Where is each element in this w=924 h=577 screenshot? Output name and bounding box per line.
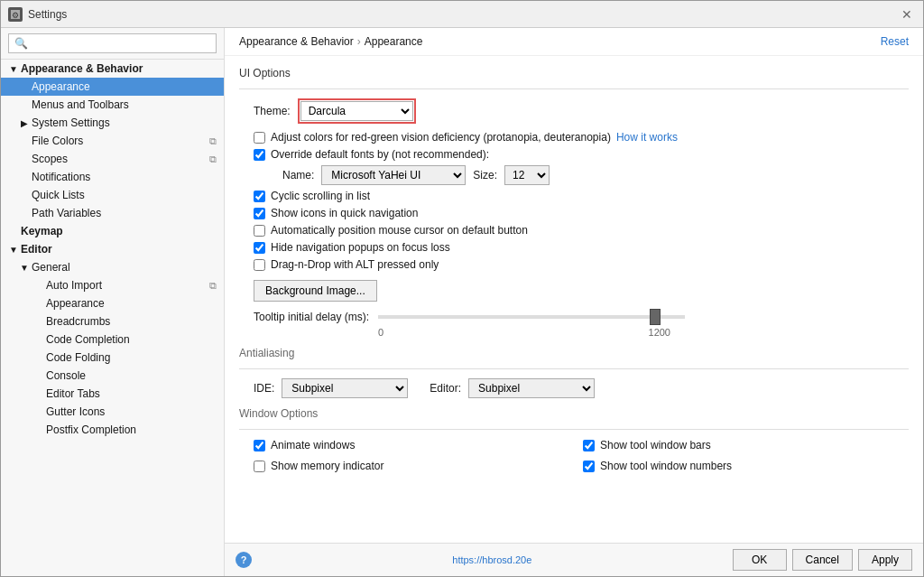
tooltip-delay-slider[interactable]	[378, 315, 685, 319]
hide-nav-checkbox[interactable]	[254, 242, 265, 254]
checkbox-hide-nav: Hide navigation popups on focus loss	[239, 241, 909, 254]
override-fonts-label: Override default fonts by (not recommend…	[271, 148, 489, 161]
arrow-icon	[19, 190, 30, 200]
sidebar-item-label: Editor	[21, 243, 52, 256]
font-size-select[interactable]: 891011 121314	[504, 165, 550, 185]
sidebar-item-code-folding[interactable]: Code Folding	[1, 349, 224, 367]
help-button[interactable]: ?	[236, 552, 252, 568]
auto-position-label: Automatically position mouse cursor on d…	[271, 224, 528, 237]
override-fonts-checkbox[interactable]	[254, 149, 265, 161]
separator	[239, 429, 909, 430]
editor-aa-label: Editor:	[430, 382, 461, 395]
sidebar-item-label: General	[32, 261, 70, 274]
animate-windows-checkbox[interactable]	[254, 440, 265, 451]
show-tool-numbers-label: Show tool window numbers	[600, 460, 732, 472]
sidebar-item-notifications[interactable]: Notifications	[1, 168, 224, 186]
title-bar-left: ⚙ Settings	[8, 7, 67, 22]
checkbox-override-fonts: Override default fonts by (not recommend…	[239, 148, 909, 161]
settings-window: ⚙ Settings ✕ ▼ Appearance & Behavior App…	[0, 0, 924, 577]
title-bar: ⚙ Settings ✕	[1, 1, 923, 28]
editor-aa-select[interactable]: Subpixel Greyscale No antialiasing	[468, 378, 595, 398]
sidebar-item-appearance-editor[interactable]: Appearance	[1, 294, 224, 312]
checkbox-show-tool-bars: Show tool window bars	[583, 439, 909, 451]
font-name-select[interactable]: Microsoft YaHei UI Arial Consolas	[321, 165, 466, 185]
show-tool-bars-checkbox[interactable]	[583, 440, 595, 451]
how-it-works-link[interactable]: How it works	[616, 131, 678, 144]
sidebar-item-scopes[interactable]: Scopes ⧉	[1, 150, 224, 168]
checkbox-show-tool-numbers: Show tool window numbers	[583, 460, 909, 472]
sidebar-item-label: Scopes	[32, 153, 68, 165]
sidebar-item-label: Auto Import	[46, 279, 102, 292]
arrow-icon	[19, 172, 30, 182]
drag-drop-checkbox[interactable]	[254, 259, 265, 271]
cyclic-scroll-checkbox[interactable]	[254, 191, 265, 202]
show-icons-checkbox[interactable]	[254, 208, 265, 219]
arrow-icon	[33, 370, 44, 381]
sidebar-item-editor[interactable]: ▼ Editor	[1, 240, 224, 258]
app-icon: ⚙	[8, 7, 23, 22]
sidebar-item-code-completion[interactable]: Code Completion	[1, 330, 224, 349]
sidebar-item-keymap[interactable]: Keymap	[1, 222, 224, 240]
color-blind-label: Adjust colors for red-green vision defic…	[271, 131, 611, 144]
hide-nav-label: Hide navigation popups on focus loss	[271, 241, 450, 254]
cyclic-scroll-label: Cyclic scrolling in list	[271, 190, 370, 202]
sidebar-item-path-variables[interactable]: Path Variables	[1, 204, 224, 222]
sidebar-item-label: System Settings	[32, 116, 110, 129]
show-icons-label: Show icons in quick navigation	[271, 207, 418, 219]
bg-btn-row: Background Image...	[239, 280, 909, 302]
color-blind-checkbox[interactable]	[254, 132, 265, 144]
reset-button[interactable]: Reset	[881, 35, 909, 48]
sidebar-item-auto-import[interactable]: Auto Import ⧉	[1, 276, 224, 294]
arrow-icon	[33, 424, 44, 435]
drag-drop-label: Drag-n-Drop with ALT pressed only	[271, 258, 439, 271]
show-memory-checkbox[interactable]	[254, 461, 265, 472]
sidebar-item-appearance-behavior[interactable]: ▼ Appearance & Behavior	[1, 60, 224, 78]
antialiasing-section: Antialiasing IDE: Subpixel Greyscale No …	[239, 347, 909, 398]
antialiasing-label: Antialiasing	[239, 347, 909, 359]
search-input[interactable]	[8, 33, 217, 53]
sidebar-item-label: Gutter Icons	[46, 405, 105, 418]
theme-select[interactable]: Darcula IntelliJ Windows 10 Light High C…	[300, 101, 413, 121]
theme-label: Theme:	[254, 105, 291, 117]
arrow-icon	[33, 406, 44, 417]
sidebar-item-gutter-icons[interactable]: Gutter Icons	[1, 403, 224, 421]
sidebar-item-editor-tabs[interactable]: Editor Tabs	[1, 385, 224, 403]
checkbox-color-blind: Adjust colors for red-green vision defic…	[239, 131, 909, 144]
auto-position-checkbox[interactable]	[254, 225, 265, 237]
sidebar-item-menus-toolbars[interactable]: Menus and Toolbars	[1, 96, 224, 114]
url-label: https://hbrosd.20e	[452, 554, 531, 565]
arrow-icon	[19, 208, 30, 219]
show-tool-numbers-checkbox[interactable]	[583, 461, 595, 472]
sidebar-item-label: Keymap	[21, 225, 63, 237]
apply-button[interactable]: Apply	[858, 549, 912, 571]
copy-icon: ⧉	[209, 154, 217, 165]
arrow-icon	[33, 298, 44, 309]
breadcrumb-current: Appearance	[365, 35, 423, 48]
sidebar-item-system-settings[interactable]: ▶ System Settings	[1, 114, 224, 132]
arrow-icon: ▼	[19, 262, 30, 273]
sidebar-item-label: Quick Lists	[32, 189, 85, 201]
sidebar-item-breadcrumbs[interactable]: Breadcrumbs	[1, 312, 224, 330]
arrow-icon	[8, 226, 19, 237]
font-name-row: Name: Microsoft YaHei UI Arial Consolas …	[239, 165, 909, 185]
checkbox-show-memory: Show memory indicator	[254, 460, 579, 472]
slider-max: 1200	[649, 327, 670, 338]
checkbox-drag-drop: Drag-n-Drop with ALT pressed only	[239, 258, 909, 271]
ide-aa-select[interactable]: Subpixel Greyscale No antialiasing	[282, 378, 408, 398]
tooltip-delay-label: Tooltip initial delay (ms):	[254, 311, 371, 323]
cancel-button[interactable]: Cancel	[792, 549, 853, 571]
sidebar-item-appearance[interactable]: Appearance	[1, 78, 224, 96]
sidebar-item-quick-lists[interactable]: Quick Lists	[1, 186, 224, 204]
sidebar-item-console[interactable]: Console	[1, 367, 224, 385]
window-options-grid: Animate windows Show tool window bars Sh…	[239, 439, 909, 477]
sidebar-item-postfix-completion[interactable]: Postfix Completion	[1, 421, 224, 439]
arrow-icon	[33, 316, 44, 327]
ok-button[interactable]: OK	[733, 549, 787, 571]
close-button[interactable]: ✕	[898, 5, 916, 23]
sidebar-item-file-colors[interactable]: File Colors ⧉	[1, 132, 224, 150]
arrow-icon: ▶	[19, 117, 30, 128]
sidebar-item-general[interactable]: ▼ General	[1, 258, 224, 276]
sidebar-item-label: Console	[46, 369, 86, 382]
background-image-button[interactable]: Background Image...	[254, 280, 377, 302]
arrow-icon	[33, 352, 44, 363]
